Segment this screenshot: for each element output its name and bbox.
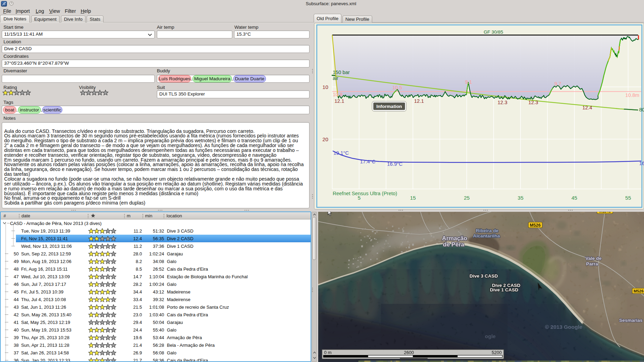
svg-text:0 m: 0 m	[324, 350, 332, 355]
svg-text:9.1: 9.1	[465, 79, 472, 85]
svg-text:10.8m: 10.8m	[625, 92, 639, 98]
svg-text:5200: 5200	[492, 350, 502, 355]
svg-text:80: 80	[639, 107, 644, 112]
svg-text:Information: Information	[376, 104, 402, 109]
svg-text:Reefnet Sensus Ultra (Preto): Reefnet Sensus Ultra (Preto)	[333, 191, 397, 196]
svg-text:12.4: 12.4	[582, 105, 592, 110]
svg-text:150 bar: 150 bar	[333, 70, 350, 75]
svg-text:Dive 3 CASD: Dive 3 CASD	[469, 273, 498, 279]
svg-text:Vale de: Vale de	[585, 256, 602, 261]
svg-text:9.7: 9.7	[554, 81, 561, 87]
svg-text:12.3: 12.3	[528, 100, 538, 105]
svg-text:de Pêra: de Pêra	[443, 241, 464, 248]
svg-text:© 2013 Google: © 2013 Google	[545, 324, 582, 330]
svg-text:16: 16	[639, 161, 644, 166]
svg-text:10: 10	[322, 84, 328, 90]
svg-text:20: 20	[322, 136, 328, 142]
svg-text:19.1°C: 19.1°C	[333, 150, 349, 156]
svg-text:16.9°C: 16.9°C	[387, 161, 403, 167]
svg-text:55: 55	[625, 195, 631, 201]
svg-text:2600: 2600	[404, 350, 414, 355]
svg-text:M1241: M1241	[599, 212, 611, 213]
svg-text:air: air	[333, 75, 338, 81]
svg-text:M526: M526	[634, 289, 644, 293]
svg-text:25: 25	[464, 195, 470, 201]
svg-text:12.1: 12.1	[334, 98, 344, 104]
svg-text:17.4°C: 17.4°C	[360, 159, 376, 164]
svg-text:ogle: ogle	[485, 333, 496, 339]
svg-text:15: 15	[410, 195, 416, 201]
svg-text:10.8: 10.8	[333, 92, 342, 97]
svg-text:35: 35	[518, 195, 524, 201]
svg-text:M526: M526	[530, 223, 540, 228]
svg-text:Alcantarilha: Alcantarilha	[473, 233, 500, 238]
svg-text:Parra: Parra	[586, 261, 598, 266]
svg-text:45: 45	[571, 195, 577, 201]
svg-text:Sesmarias: Sesmarias	[619, 318, 643, 323]
svg-text:GF 30/85: GF 30/85	[484, 29, 503, 35]
svg-text:Dive 1 CASD: Dive 1 CASD	[490, 287, 518, 292]
svg-text:10.5: 10.5	[392, 85, 402, 90]
svg-text:Ribeira de: Ribeira de	[476, 228, 499, 233]
svg-text:12.1: 12.1	[414, 98, 424, 104]
svg-text:12.3: 12.3	[498, 100, 507, 105]
svg-text:Armação: Armação	[442, 235, 467, 242]
